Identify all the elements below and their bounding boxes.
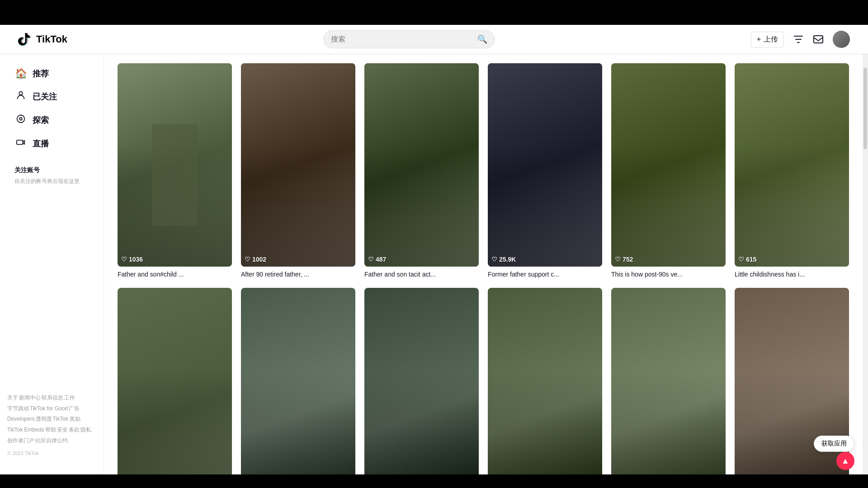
footer-link-ads[interactable]: 广告 [69, 404, 80, 414]
video-card-2[interactable]: ♡ 1002 After 90 retired father, ... [241, 63, 355, 279]
messages-icon-button[interactable] [813, 34, 824, 45]
video-card-6[interactable]: ♡ 615 Little childishness has i... [735, 63, 849, 279]
like-count-4: 25.9K [499, 256, 516, 263]
video-card-8[interactable]: ♡ 3127 Son's Ideal#child ... [241, 288, 355, 474]
footer-link-transparency[interactable]: 透明度 [36, 414, 52, 424]
svg-point-1 [19, 92, 22, 95]
video-card-1[interactable]: ♡ 1036 Father and son#child ... [118, 63, 232, 279]
search-input[interactable] [331, 35, 474, 43]
footer-link-contact[interactable]: 联系信息 [42, 393, 63, 403]
video-grid: ♡ 1036 Father and son#child ... ♡ 1002 [118, 63, 849, 474]
video-title-5: This is how post-90s ve... [611, 270, 726, 279]
sidebar-item-explore-label: 探索 [33, 115, 49, 126]
footer-link-safety[interactable]: 安全 [57, 425, 68, 435]
following-section-title: 关注账号 [14, 166, 89, 174]
upload-plus-icon: + [757, 35, 761, 43]
svg-rect-4 [17, 140, 23, 144]
footer-link-tiktok-for-good[interactable]: TikTok for Good [30, 404, 68, 414]
sidebar: 🏠 推荐 已关注 探索 直播 [0, 54, 104, 474]
live-icon [14, 137, 27, 150]
like-count-3: 487 [376, 256, 386, 263]
like-badge-5: ♡ 752 [615, 256, 633, 263]
bottom-black-bar [0, 474, 868, 488]
copyright: © 2023 TikTok [7, 449, 96, 458]
video-thumb-6: ♡ 615 [735, 63, 849, 267]
scrollbar[interactable] [863, 54, 868, 474]
filter-icon [793, 34, 804, 45]
scroll-top-button[interactable]: ▲ [836, 452, 854, 470]
filter-icon-button[interactable] [793, 34, 804, 45]
footer-link-careers[interactable]: 工作 [64, 393, 75, 403]
like-icon-3: ♡ [368, 256, 374, 263]
sidebar-item-explore[interactable]: 探索 [7, 109, 96, 131]
video-title-6: Little childishness has i... [735, 270, 849, 279]
get-app-label: 获取应用 [821, 440, 847, 448]
footer-link-bytedance[interactable]: 字节跳动 [7, 404, 29, 414]
video-thumb-4: ♡ 25.9K [488, 63, 602, 267]
video-thumb-2: ♡ 1002 [241, 63, 355, 267]
like-icon-2: ♡ [245, 256, 250, 263]
footer-link-rewards[interactable]: TikTok 奖励 [53, 414, 81, 424]
upload-label: 上传 [764, 35, 778, 44]
video-card-10[interactable]: ♡ 2023 After 90 retired father a... [488, 288, 602, 474]
following-section-hint: 你关注的帐号将出现在这里 [14, 177, 89, 185]
video-thumb-10: ♡ 2023 [488, 288, 602, 474]
footer-link-embeds[interactable]: TikTok Embeds [7, 425, 44, 435]
like-badge-6: ♡ 615 [738, 256, 756, 263]
video-card-4[interactable]: ♡ 25.9K Former father support c... [488, 63, 602, 279]
sidebar-item-live[interactable]: 直播 [7, 133, 96, 155]
video-card-5[interactable]: ♡ 752 This is how post-90s ve... [611, 63, 726, 279]
sidebar-item-live-label: 直播 [33, 138, 49, 149]
sidebar-item-following-label: 已关注 [33, 91, 57, 102]
header-right: + 上传 [751, 31, 850, 48]
like-count-6: 615 [746, 256, 756, 263]
sidebar-item-home[interactable]: 🏠 推荐 [7, 63, 96, 84]
sidebar-footer: 关于 新闻中心 联系信息 工作 字节跳动 TikTok for Good 广告 … [0, 386, 104, 465]
like-badge-2: ♡ 1002 [245, 256, 266, 263]
like-icon-5: ♡ [615, 256, 621, 263]
video-card-9[interactable]: ♡ 1265 A Son's Dream#child ... [364, 288, 479, 474]
video-thumb-1: ♡ 1036 [118, 63, 232, 267]
footer-link-about[interactable]: 关于 [7, 393, 18, 403]
get-app-button[interactable]: 获取应用 [814, 436, 854, 452]
video-card-3[interactable]: ♡ 487 Father and son tacit act... [364, 63, 479, 279]
like-badge-4: ♡ 25.9K [491, 256, 516, 263]
search-icon[interactable]: 🔍 [477, 34, 487, 44]
top-black-bar [0, 0, 868, 25]
like-icon-6: ♡ [738, 256, 744, 263]
video-card-11[interactable]: ♡ 2165 There are ideals and p... [611, 288, 726, 474]
logo[interactable]: TikTok [18, 32, 67, 47]
video-thumb-3: ♡ 487 [364, 63, 479, 267]
sidebar-item-following[interactable]: 已关注 [7, 86, 96, 108]
video-title-3: Father and son tacit act... [364, 270, 479, 279]
content-area[interactable]: ♡ 1036 Father and son#child ... ♡ 1002 [104, 54, 863, 474]
footer-link-terms[interactable]: 条款 [69, 425, 80, 435]
footer-link-developers[interactable]: Developers [7, 414, 35, 424]
search-bar[interactable]: 🔍 [323, 30, 495, 48]
user-avatar[interactable] [833, 31, 850, 48]
svg-rect-0 [814, 36, 823, 43]
video-thumb-9: ♡ 1265 [364, 288, 479, 474]
footer-link-privacy[interactable]: 隐私 [80, 425, 91, 435]
header: TikTok 🔍 + 上传 [0, 25, 868, 54]
sidebar-nav: 🏠 推荐 已关注 探索 直播 [0, 63, 104, 192]
like-count-1: 1036 [129, 256, 143, 263]
video-title-1: Father and son#child ... [118, 270, 232, 279]
video-thumb-8: ♡ 3127 [241, 288, 355, 474]
sidebar-item-home-label: 推荐 [33, 68, 49, 79]
footer-link-newsroom[interactable]: 新闻中心 [19, 393, 41, 403]
footer-link-community[interactable]: 社区自律公约 [35, 436, 68, 446]
video-card-7[interactable]: ♡ 1169 #child #soldier #dream... [118, 288, 232, 474]
scrollbar-thumb[interactable] [863, 68, 867, 149]
following-section: 关注账号 你关注的帐号将出现在这里 [7, 159, 96, 192]
like-count-2: 1002 [252, 256, 266, 263]
scroll-top-icon: ▲ [841, 456, 849, 466]
footer-link-creator[interactable]: 创作者门户 [7, 436, 34, 446]
footer-link-help[interactable]: 帮助 [45, 425, 56, 435]
like-badge-1: ♡ 1036 [121, 256, 143, 263]
upload-button[interactable]: + 上传 [751, 32, 784, 47]
video-thumb-11: ♡ 2165 [611, 288, 726, 474]
video-title-2: After 90 retired father, ... [241, 270, 355, 279]
main-layout: 🏠 推荐 已关注 探索 直播 [0, 54, 868, 474]
like-icon-1: ♡ [121, 256, 127, 263]
